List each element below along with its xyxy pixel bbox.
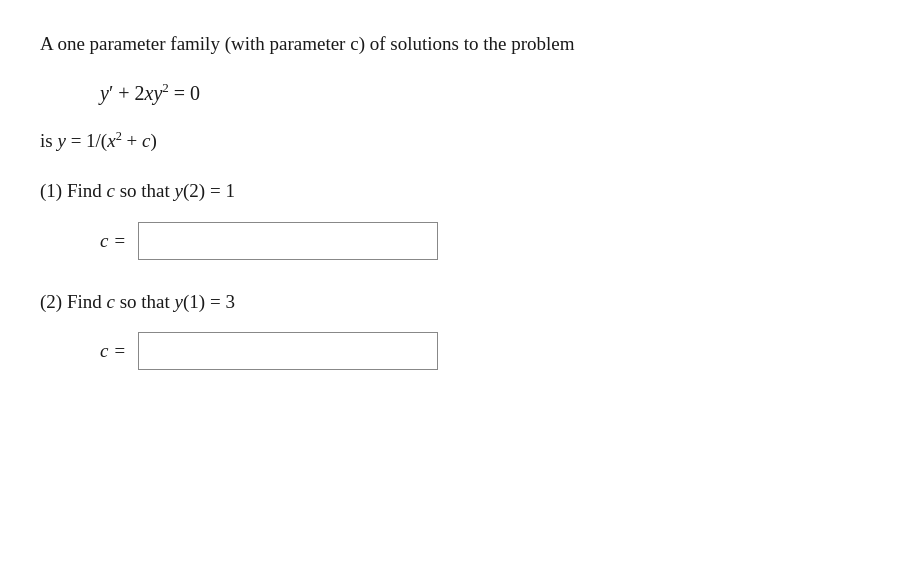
- part1-label: (1) Find c so that y(2) = 1: [40, 177, 881, 206]
- is-y-line: is y = 1/(x2 + c): [40, 127, 881, 156]
- part1-answer-input[interactable]: [138, 222, 438, 260]
- part1-c-label: c =: [100, 230, 126, 252]
- equation-block: y′ + 2xy2 = 0: [100, 77, 881, 109]
- part2-answer-input[interactable]: [138, 332, 438, 370]
- part2-label: (2) Find c so that y(1) = 3: [40, 288, 881, 317]
- main-content: A one parameter family (with parameter c…: [40, 30, 881, 370]
- intro-text: A one parameter family (with parameter c…: [40, 30, 881, 59]
- part1-input-row: c =: [100, 222, 881, 260]
- equation-display: y′ + 2xy2 = 0: [100, 82, 200, 104]
- part2-c-label: c =: [100, 340, 126, 362]
- part2-input-row: c =: [100, 332, 881, 370]
